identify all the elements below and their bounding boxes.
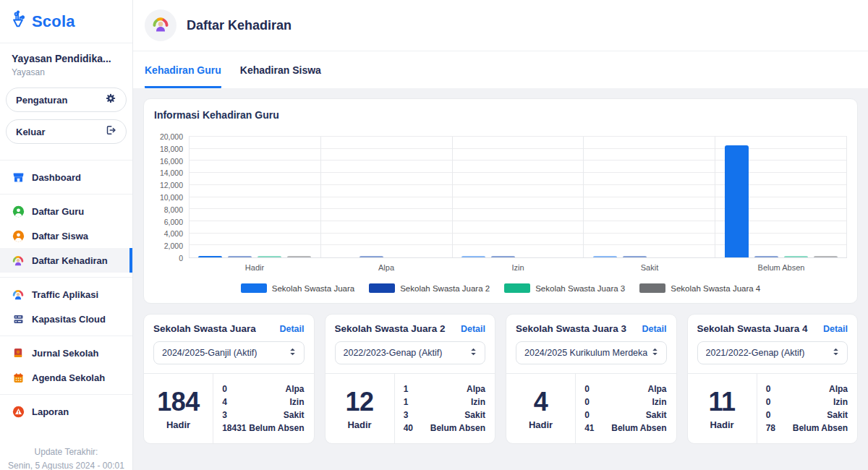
hadir-count: 12 (346, 387, 374, 417)
sidebar-item-dashboard[interactable]: Dashboard (0, 165, 132, 189)
bar-group-alpa (320, 137, 452, 257)
bar[interactable] (814, 256, 838, 258)
bar[interactable] (725, 145, 749, 257)
stat-row-izin: 0Izin (766, 397, 848, 407)
sidebar-item-label: Agenda Sekolah (32, 372, 105, 383)
sidebar-item-jurnal-sekolah[interactable]: Jurnal Sekolah (0, 341, 132, 365)
brand-name: Scola (32, 12, 75, 31)
bar[interactable] (623, 256, 647, 258)
legend-label: Sekolah Swasta Juara 4 (671, 284, 760, 293)
detail-link[interactable]: Detail (642, 324, 666, 334)
y-tick-label: 10,000 (160, 193, 183, 202)
logout-button-label: Keluar (16, 127, 45, 137)
stat-row-sakit: 3Sakit (222, 410, 304, 420)
stat-row-sakit: 0Sakit (766, 410, 848, 420)
sidebar-item-label: Jurnal Sekolah (32, 348, 98, 359)
sidebar-item-daftar-guru[interactable]: Daftar Guru (0, 199, 132, 223)
bar-slot (784, 256, 808, 258)
bar-slot (754, 256, 778, 258)
legend-label: Sekolah Swasta Juara 3 (535, 284, 625, 293)
legend-label: Sekolah Swasta Juara 2 (400, 284, 490, 293)
teacher-icon (12, 205, 25, 218)
bar[interactable] (287, 256, 311, 258)
x-tick-label: Alpa (320, 263, 452, 272)
bar[interactable] (784, 256, 808, 258)
bar[interactable] (461, 256, 485, 258)
main-area: Daftar Kehadiran Kehadiran Guru Kehadira… (133, 0, 868, 470)
detail-link[interactable]: Detail (461, 324, 485, 334)
page-header: Daftar Kehadiran (133, 0, 868, 51)
bar[interactable] (359, 256, 383, 258)
stat-row-izin: 0Izin (584, 397, 666, 407)
updown-arrows-icon (831, 346, 841, 360)
hadir-count: 11 (709, 387, 736, 417)
stat-row-belum-absen: 78Belum Absen (766, 423, 848, 433)
hadir-count: 4 (534, 387, 548, 417)
bar[interactable] (228, 256, 252, 258)
stat-row-sakit: 3Sakit (404, 410, 485, 420)
settings-button[interactable]: Pengaturan (6, 87, 127, 112)
bar-slot (461, 256, 485, 258)
semester-select[interactable]: 2021/2022-Genap (Aktif) (697, 341, 848, 364)
updown-arrows-icon (650, 346, 660, 360)
attendance-icon (12, 254, 25, 267)
stat-row-alpa: 0Alpa (222, 384, 304, 394)
sidebar-item-label: Traffic Aplikasi (32, 289, 98, 300)
bar[interactable] (491, 256, 515, 258)
bar[interactable] (198, 256, 222, 258)
semester-select[interactable]: 2022/2023-Genap (Aktif) (335, 341, 486, 364)
stat-row-belum-absen: 40Belum Absen (404, 423, 485, 433)
tab-kehadiran-siswa[interactable]: Kehadiran Siswa (240, 51, 321, 88)
sidebar-item-laporan[interactable]: Laporan (0, 399, 132, 424)
brand-logo[interactable]: Scola (0, 0, 132, 43)
report-icon (12, 405, 25, 418)
sidebar-item-agenda-sekolah[interactable]: Agenda Sekolah (0, 365, 132, 390)
semester-select-value: 2024/2025-Ganjil (Aktif) (162, 348, 257, 358)
bar[interactable] (754, 256, 778, 258)
organization-block: Yayasan Pendidika... Yayasan (0, 43, 132, 82)
sidebar-item-daftar-kehadiran[interactable]: Daftar Kehadiran (0, 248, 132, 273)
semester-select[interactable]: 2024/2025-Ganjil (Aktif) (153, 341, 305, 364)
sidebar-item-label: Daftar Kehadiran (32, 255, 108, 266)
legend-item[interactable]: Sekolah Swasta Juara 4 (639, 283, 760, 293)
detail-link[interactable]: Detail (823, 324, 848, 334)
hadir-label: Hadir (347, 419, 371, 430)
sidebar: Scola Yayasan Pendidika... Yayasan Penga… (0, 0, 133, 470)
bar-group-izin (452, 137, 584, 257)
stat-row-belum-absen: 18431Belum Absen (222, 423, 304, 433)
y-tick-label: 16,000 (160, 157, 183, 166)
bar-group-belum-absen (715, 137, 847, 257)
chart-card: Informasi Kehadiran Guru 02,0004,0006,00… (143, 98, 858, 304)
sidebar-item-kapasitas-cloud[interactable]: Kapasitas Cloud (0, 307, 132, 331)
x-tick-label: Belum Absen (715, 263, 847, 272)
chart-y-axis: 02,0004,0006,0008,00010,00012,00014,0001… (154, 137, 189, 258)
school-cards-row: Sekolah Swasta Juara Detail 2024/2025-Ga… (143, 314, 858, 444)
bar[interactable] (593, 256, 617, 258)
y-tick-label: 18,000 (160, 145, 183, 153)
sidebar-item-label: Laporan (32, 406, 69, 417)
logout-button[interactable]: Keluar (6, 119, 127, 144)
bar-slot (287, 256, 311, 258)
sidebar-item-daftar-siswa[interactable]: Daftar Siswa (0, 223, 132, 248)
tab-kehadiran-guru[interactable]: Kehadiran Guru (145, 51, 221, 88)
page-header-icon-circle (145, 9, 176, 41)
school-card-4: Sekolah Swasta Juara 4 Detail 2021/2022-… (687, 314, 859, 444)
detail-link[interactable]: Detail (279, 324, 304, 334)
legend-item[interactable]: Sekolah Swasta Juara (241, 283, 354, 293)
y-tick-label: 6,000 (164, 218, 183, 226)
legend-item[interactable]: Sekolah Swasta Juara 2 (369, 283, 490, 293)
legend-item[interactable]: Sekolah Swasta Juara 3 (504, 283, 625, 293)
sidebar-item-traffic-aplikasi[interactable]: Traffic Aplikasi (0, 282, 132, 307)
bar-slot (198, 256, 222, 258)
bar-slot (258, 256, 281, 258)
sidebar-item-label: Daftar Siswa (32, 231, 88, 242)
bar[interactable] (258, 256, 281, 258)
school-card-title: Sekolah Swasta Juara 3 (516, 323, 626, 334)
server-icon (12, 312, 25, 325)
bar-slot (623, 256, 647, 258)
stat-row-belum-absen: 41Belum Absen (584, 423, 666, 433)
legend-label: Sekolah Swasta Juara (272, 284, 354, 293)
semester-select[interactable]: 2024/2025 Kurikulum Merdeka (Aktif) (516, 341, 667, 364)
student-icon (12, 229, 25, 242)
school-card-title: Sekolah Swasta Juara (153, 323, 256, 334)
